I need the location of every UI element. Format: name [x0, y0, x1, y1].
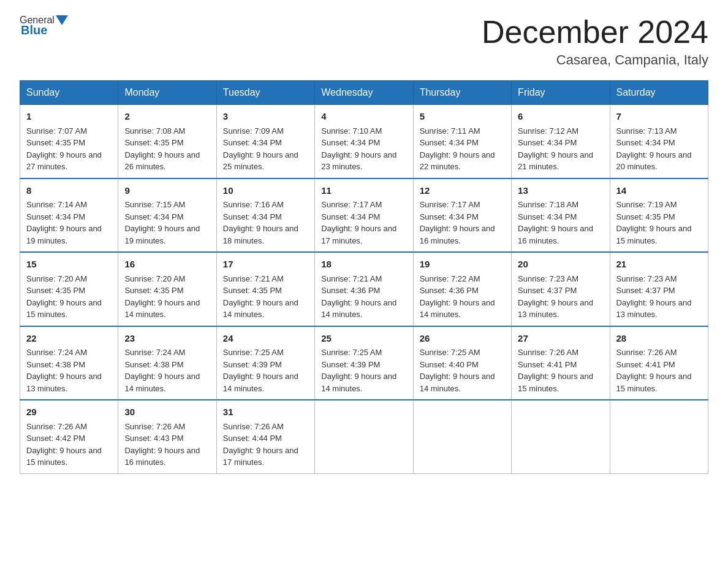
sunset-text: Sunset: 4:34 PM [26, 212, 85, 221]
title-section: December 2024 Casarea, Campania, Italy [482, 15, 708, 68]
day-number: 30 [124, 405, 210, 419]
sunset-text: Sunset: 4:40 PM [420, 360, 479, 369]
calendar-cell [315, 400, 413, 473]
calendar-cell: 6 Sunrise: 7:12 AM Sunset: 4:34 PM Dayli… [512, 105, 610, 178]
day-number: 1 [26, 110, 112, 124]
day-number: 19 [420, 258, 505, 272]
calendar-header-tuesday: Tuesday [216, 81, 314, 105]
calendar-cell: 24 Sunrise: 7:25 AM Sunset: 4:39 PM Dayl… [216, 326, 314, 400]
sunset-text: Sunset: 4:34 PM [223, 138, 282, 147]
daylight-text: Daylight: 9 hours and 20 minutes. [616, 150, 692, 172]
sunset-text: Sunset: 4:38 PM [26, 360, 85, 369]
day-number: 25 [321, 332, 406, 346]
calendar-header-sunday: Sunday [20, 81, 118, 105]
daylight-text: Daylight: 9 hours and 25 minutes. [223, 150, 298, 172]
sunrise-text: Sunrise: 7:26 AM [124, 422, 185, 431]
day-number: 5 [420, 110, 505, 124]
sunset-text: Sunset: 4:36 PM [420, 286, 479, 295]
calendar-header-thursday: Thursday [413, 81, 511, 105]
sunset-text: Sunset: 4:35 PM [124, 286, 183, 295]
daylight-text: Daylight: 9 hours and 16 minutes. [420, 224, 495, 245]
sunrise-text: Sunrise: 7:08 AM [124, 126, 185, 136]
calendar-cell: 25 Sunrise: 7:25 AM Sunset: 4:39 PM Dayl… [315, 326, 413, 400]
day-number: 9 [124, 184, 210, 198]
sunrise-text: Sunrise: 7:22 AM [420, 274, 480, 283]
sunrise-text: Sunrise: 7:26 AM [223, 422, 284, 431]
page-header: General Blue December 2024 Casarea, Camp… [20, 15, 708, 68]
calendar-table: SundayMondayTuesdayWednesdayThursdayFrid… [20, 80, 708, 474]
sunrise-text: Sunrise: 7:13 AM [616, 126, 677, 136]
day-number: 21 [616, 258, 702, 272]
day-number: 24 [223, 332, 308, 346]
day-number: 6 [518, 110, 603, 124]
day-number: 14 [616, 184, 702, 198]
calendar-cell [413, 400, 511, 473]
calendar-cell: 11 Sunrise: 7:17 AM Sunset: 4:34 PM Dayl… [315, 178, 413, 253]
calendar-cell: 10 Sunrise: 7:16 AM Sunset: 4:34 PM Dayl… [216, 178, 314, 253]
sunrise-text: Sunrise: 7:21 AM [321, 274, 382, 283]
sunrise-text: Sunrise: 7:26 AM [518, 348, 578, 357]
sunrise-text: Sunrise: 7:11 AM [420, 126, 480, 136]
calendar-cell: 16 Sunrise: 7:20 AM Sunset: 4:35 PM Dayl… [118, 252, 216, 326]
sunset-text: Sunset: 4:34 PM [321, 138, 380, 147]
day-number: 10 [223, 184, 308, 198]
sunset-text: Sunset: 4:39 PM [223, 360, 282, 369]
daylight-text: Daylight: 9 hours and 14 minutes. [124, 372, 200, 393]
sunset-text: Sunset: 4:44 PM [223, 434, 282, 443]
sunset-text: Sunset: 4:34 PM [321, 212, 380, 221]
day-number: 11 [321, 184, 406, 198]
calendar-cell: 15 Sunrise: 7:20 AM Sunset: 4:35 PM Dayl… [20, 252, 118, 326]
sunset-text: Sunset: 4:37 PM [616, 286, 675, 295]
calendar-cell: 31 Sunrise: 7:26 AM Sunset: 4:44 PM Dayl… [216, 400, 314, 473]
calendar-cell: 17 Sunrise: 7:21 AM Sunset: 4:35 PM Dayl… [216, 252, 314, 326]
daylight-text: Daylight: 9 hours and 18 minutes. [223, 224, 298, 245]
calendar-cell: 5 Sunrise: 7:11 AM Sunset: 4:34 PM Dayli… [413, 105, 511, 178]
day-number: 15 [26, 258, 112, 272]
sunrise-text: Sunrise: 7:19 AM [616, 200, 677, 209]
calendar-cell: 18 Sunrise: 7:21 AM Sunset: 4:36 PM Dayl… [315, 252, 413, 326]
sunrise-text: Sunrise: 7:21 AM [223, 274, 284, 283]
sunrise-text: Sunrise: 7:23 AM [616, 274, 677, 283]
day-number: 4 [321, 110, 406, 124]
day-number: 12 [420, 184, 505, 198]
sunset-text: Sunset: 4:34 PM [420, 212, 479, 221]
day-number: 3 [223, 110, 308, 124]
sunset-text: Sunset: 4:35 PM [223, 286, 282, 295]
sunrise-text: Sunrise: 7:25 AM [223, 348, 284, 357]
calendar-cell: 29 Sunrise: 7:26 AM Sunset: 4:42 PM Dayl… [20, 400, 118, 473]
daylight-text: Daylight: 9 hours and 14 minutes. [420, 298, 495, 320]
sunrise-text: Sunrise: 7:10 AM [321, 126, 382, 136]
daylight-text: Daylight: 9 hours and 15 minutes. [518, 372, 593, 393]
daylight-text: Daylight: 9 hours and 17 minutes. [223, 446, 298, 467]
sunrise-text: Sunrise: 7:17 AM [321, 200, 382, 209]
sunset-text: Sunset: 4:34 PM [616, 138, 675, 147]
calendar-cell: 28 Sunrise: 7:26 AM Sunset: 4:41 PM Dayl… [610, 326, 708, 400]
calendar-cell: 23 Sunrise: 7:24 AM Sunset: 4:38 PM Dayl… [118, 326, 216, 400]
sunset-text: Sunset: 4:35 PM [616, 212, 675, 221]
day-number: 29 [26, 405, 112, 419]
daylight-text: Daylight: 9 hours and 13 minutes. [518, 298, 593, 320]
daylight-text: Daylight: 9 hours and 15 minutes. [616, 372, 692, 393]
sunset-text: Sunset: 4:36 PM [321, 286, 380, 295]
day-number: 26 [420, 332, 505, 346]
logo: General Blue [20, 15, 69, 37]
calendar-week-row-3: 15 Sunrise: 7:20 AM Sunset: 4:35 PM Dayl… [20, 252, 708, 326]
sunset-text: Sunset: 4:35 PM [26, 138, 85, 147]
sunset-text: Sunset: 4:34 PM [518, 138, 577, 147]
daylight-text: Daylight: 9 hours and 13 minutes. [616, 298, 692, 320]
logo-blue-text: Blue [21, 23, 47, 37]
daylight-text: Daylight: 9 hours and 14 minutes. [321, 298, 396, 320]
calendar-header-row: SundayMondayTuesdayWednesdayThursdayFrid… [20, 81, 708, 105]
day-number: 23 [124, 332, 210, 346]
day-number: 31 [223, 405, 308, 419]
day-number: 27 [518, 332, 603, 346]
calendar-week-row-5: 29 Sunrise: 7:26 AM Sunset: 4:42 PM Dayl… [20, 400, 708, 473]
calendar-cell: 2 Sunrise: 7:08 AM Sunset: 4:35 PM Dayli… [118, 105, 216, 178]
calendar-cell: 19 Sunrise: 7:22 AM Sunset: 4:36 PM Dayl… [413, 252, 511, 326]
sunrise-text: Sunrise: 7:17 AM [420, 200, 480, 209]
daylight-text: Daylight: 9 hours and 15 minutes. [616, 224, 692, 245]
daylight-text: Daylight: 9 hours and 14 minutes. [223, 372, 298, 393]
sunrise-text: Sunrise: 7:14 AM [26, 200, 87, 209]
location: Casarea, Campania, Italy [482, 52, 708, 68]
sunrise-text: Sunrise: 7:12 AM [518, 126, 578, 136]
